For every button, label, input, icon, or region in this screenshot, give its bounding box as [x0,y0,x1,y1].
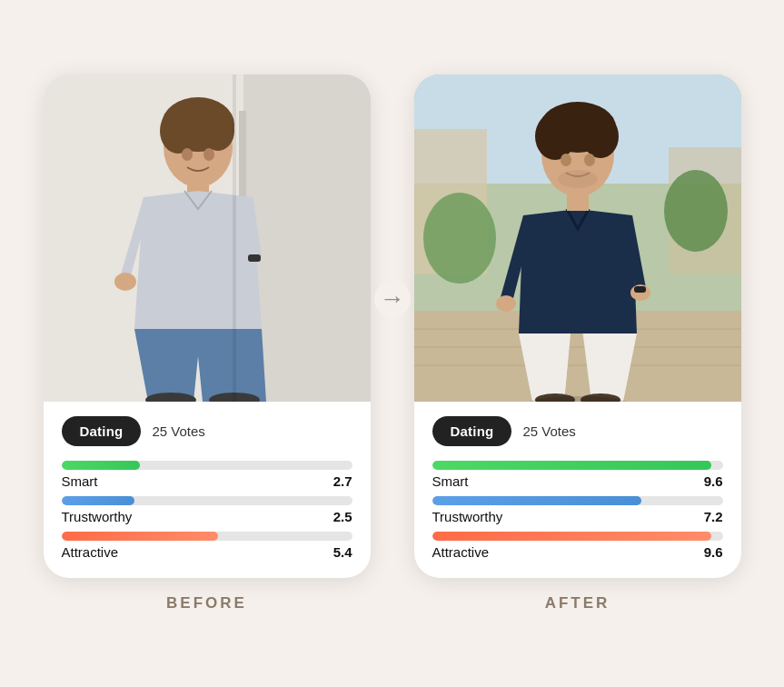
before-smart-name: Smart [62,473,98,489]
svg-point-23 [423,193,496,284]
before-photo [44,75,371,402]
before-trustworthy-bar-bg [62,496,352,505]
before-trustworthy-label-row: Trustworthy 2.5 [62,509,352,524]
svg-point-8 [114,273,136,291]
after-photo [414,75,741,402]
svg-point-5 [160,108,196,154]
after-label: AFTER [414,594,741,612]
before-trustworthy-bar-fill [62,496,134,505]
before-trustworthy-name: Trustworthy [62,509,133,524]
after-smart-label-row: Smart 9.6 [432,473,723,489]
before-metrics: Smart 2.7 Trustworthy 2.5 [62,461,352,560]
after-metrics: Smart 9.6 Trustworthy 7.2 [432,461,723,560]
svg-point-25 [496,295,516,312]
before-card-header: Dating 25 Votes [62,416,352,446]
after-trustworthy-bar-bg [432,496,723,505]
after-trustworthy-label-row: Trustworthy 7.2 [432,509,723,524]
svg-point-33 [561,154,571,166]
before-attractive-value: 5.4 [333,544,352,560]
svg-point-31 [535,113,575,160]
before-label: BEFORE [44,594,371,612]
after-trustworthy-value: 7.2 [704,509,723,524]
svg-point-35 [558,170,598,188]
after-metric-trustworthy: Trustworthy 7.2 [432,496,723,524]
after-card: Dating 25 Votes Smart 9.6 [414,75,741,578]
before-metric-attractive: Attractive 5.4 [62,532,352,560]
svg-point-24 [664,170,728,252]
after-metric-attractive: Attractive 9.6 [432,532,723,560]
before-attractive-bar-bg [62,532,352,541]
after-metric-smart: Smart 9.6 [432,461,723,489]
svg-point-6 [202,111,234,151]
before-metric-trustworthy: Trustworthy 2.5 [62,496,352,524]
before-votes-label: 25 Votes [152,423,204,439]
after-smart-bar-fill [432,461,711,470]
before-attractive-label-row: Attractive 5.4 [62,544,352,560]
after-votes-label: 25 Votes [522,423,575,439]
before-card-info: Dating 25 Votes Smart 2.7 [44,402,371,578]
before-smart-value: 2.7 [333,473,352,489]
cards-row: Dating 25 Votes Smart 2.7 [44,75,741,578]
svg-point-34 [584,154,595,166]
after-attractive-label-row: Attractive 9.6 [432,544,723,560]
after-smart-bar-bg [432,461,723,470]
after-card-info: Dating 25 Votes Smart 9.6 [414,402,741,578]
svg-rect-14 [233,75,236,402]
after-attractive-value: 9.6 [704,544,723,560]
before-smart-bar-fill [62,461,140,470]
after-trustworthy-name: Trustworthy [432,509,503,524]
before-smart-label-row: Smart 2.7 [62,473,352,489]
svg-point-13 [203,148,214,161]
before-metric-smart: Smart 2.7 [62,461,352,489]
after-dating-badge: Dating [432,416,512,446]
before-trustworthy-value: 2.5 [333,509,352,524]
after-attractive-bar-bg [432,532,723,541]
before-card: Dating 25 Votes Smart 2.7 [44,75,371,578]
after-card-header: Dating 25 Votes [432,416,723,446]
after-smart-value: 9.6 [704,473,723,489]
before-attractive-name: Attractive [62,544,119,560]
svg-point-12 [182,148,193,161]
after-attractive-name: Attractive [432,544,490,560]
before-smart-bar-bg [62,461,352,470]
after-smart-name: Smart [432,473,469,489]
after-attractive-bar-fill [432,532,711,541]
arrow-icon: → [374,281,411,317]
after-trustworthy-bar-fill [432,496,641,505]
svg-rect-27 [634,286,646,293]
before-dating-badge: Dating [62,416,142,446]
svg-point-32 [582,114,619,158]
labels-row: BEFORE AFTER [44,594,741,612]
arrow-container: → [371,281,414,317]
svg-rect-9 [248,254,261,262]
before-attractive-bar-fill [62,532,219,541]
